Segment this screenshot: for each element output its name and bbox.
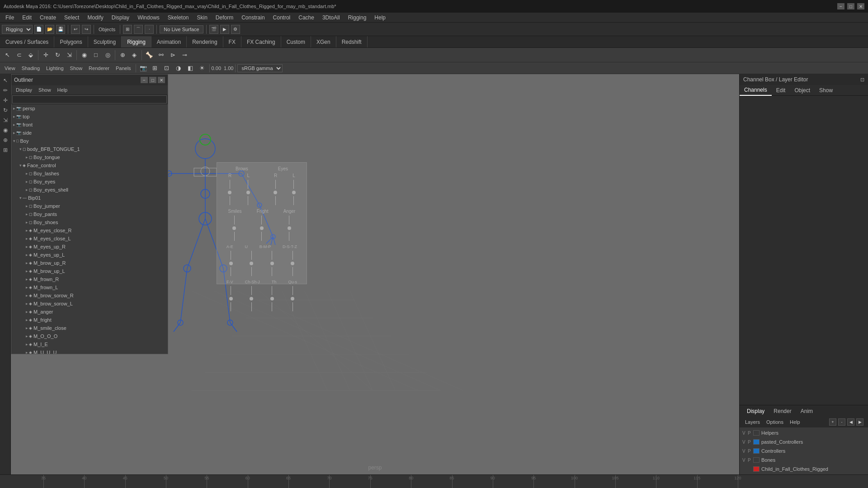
module-tab-animation[interactable]: Animation [151, 36, 187, 47]
expand-icon-25[interactable]: ▸ [26, 310, 28, 314]
module-tab-polygons[interactable]: Polygons [54, 36, 88, 47]
snap-mode-btn[interactable]: ◉ [1, 126, 10, 135]
outliner-item-5[interactable]: ▾◻body_BFB_TONGUE_1 [11, 145, 168, 153]
expand-icon-27[interactable]: ▸ [26, 326, 28, 330]
constraint-mode-btn[interactable]: ⊕ [1, 136, 10, 145]
undo-btn[interactable]: ↩ [71, 25, 80, 34]
new-file-btn[interactable]: 📄 [34, 25, 43, 34]
eye-r-slider[interactable] [273, 180, 278, 205]
outliner-item-3[interactable]: ▸📷side [11, 129, 168, 137]
menu-item-skin[interactable]: Skin [193, 14, 211, 22]
outliner-item-29[interactable]: ▸◈M_I_E [11, 340, 168, 348]
expand-icon-10[interactable]: ▸ [26, 188, 28, 192]
redo-btn[interactable]: ↪ [82, 25, 91, 34]
expand-icon-8[interactable]: ▸ [26, 171, 28, 176]
expand-icon-0[interactable]: ▸ [13, 106, 15, 111]
light-btn[interactable]: ☀ [197, 63, 208, 74]
expand-icon-11[interactable]: ▾ [19, 196, 22, 200]
rigging3-btn[interactable]: ⊳ [167, 50, 178, 61]
gamma-select[interactable]: sRGB gamma [237, 64, 283, 72]
expand-icon-24[interactable]: ▸ [26, 301, 28, 306]
expand-icon-16[interactable]: ▸ [26, 236, 28, 241]
expand-icon-17[interactable]: ▸ [26, 244, 28, 249]
outliner-close-btn[interactable]: ✕ [158, 77, 165, 83]
select-tool-btn[interactable]: ↖ [2, 50, 13, 61]
soft-select-btn[interactable]: ◉ [79, 50, 90, 61]
shading-menu[interactable]: Shading [19, 65, 42, 72]
outliner-item-28[interactable]: ▸◈M_O_O_O [11, 332, 168, 340]
rotate-mode-btn[interactable]: ↻ [1, 106, 10, 115]
layer-v-3[interactable]: V [742, 458, 748, 463]
anger-slider[interactable] [287, 216, 292, 241]
outliner-item-18[interactable]: ▸◈M_eyes_up_L [11, 251, 168, 259]
tab-render[interactable]: Render [770, 407, 795, 416]
expand-icon-20[interactable]: ▸ [26, 269, 28, 273]
outliner-item-20[interactable]: ▸◈M_brow_up_L [11, 267, 168, 275]
renderer-menu[interactable]: Renderer [86, 65, 112, 72]
wireframe-btn[interactable]: ⊡ [161, 63, 172, 74]
show-menu[interactable]: Show [67, 65, 85, 72]
live-surface-btn[interactable]: No Live Surface [160, 25, 203, 33]
ph-dstz-slider[interactable] [290, 251, 295, 276]
rotate-tool-btn[interactable]: ↻ [52, 50, 63, 61]
save-file-btn[interactable]: 💾 [56, 25, 65, 34]
outliner-item-15[interactable]: ▸◈M_eyes_close_R [11, 226, 168, 235]
ph-th-slider[interactable] [269, 286, 275, 311]
close-button[interactable]: ✕ [857, 3, 864, 9]
tab-channels[interactable]: Channels [740, 85, 772, 96]
brow-l-slider[interactable] [245, 180, 251, 205]
layer-p-3[interactable]: P [748, 458, 753, 463]
rigging1-btn[interactable]: 🦴 [144, 50, 155, 61]
outliner-maximize-btn[interactable]: □ [149, 77, 156, 83]
ph-u-slider[interactable] [249, 251, 254, 276]
layer-p-0[interactable]: P [748, 431, 753, 436]
layer-row-4[interactable]: Child_in_Fall_Clothes_Rigged [740, 465, 868, 474]
outliner-minimize-btn[interactable]: − [141, 77, 148, 83]
module-tab-redshift[interactable]: Redshift [336, 36, 368, 47]
outliner-item-12[interactable]: ▸◻Boy_jumper [11, 202, 168, 210]
module-tab-custom[interactable]: Custom [281, 36, 311, 47]
layer-row-3[interactable]: V P Bones [740, 455, 868, 465]
smile-slider[interactable] [231, 216, 237, 241]
outliner-item-7[interactable]: ▾◈Face_control [11, 161, 168, 169]
layer-remove-btn[interactable]: - [838, 418, 845, 426]
smooth-btn[interactable]: ◑ [173, 63, 184, 74]
ph-qus-slider[interactable] [290, 286, 295, 311]
menu-item-3dtoall[interactable]: 3DtoAll [319, 14, 344, 22]
menu-item-create[interactable]: Create [36, 14, 60, 22]
outliner-item-27[interactable]: ▸◈M_smile_close [11, 324, 168, 332]
expand-icon-28[interactable]: ▸ [26, 334, 28, 338]
timeline-track[interactable]: 3540455055606570758085909510010511011512… [0, 475, 868, 488]
ipr-btn[interactable]: ▶ [220, 25, 229, 34]
snap-curve-btn[interactable]: ⌒ [134, 25, 143, 34]
paint-mode-btn[interactable]: ✏ [1, 86, 10, 95]
hide-btn[interactable]: ◈ [129, 50, 140, 61]
menu-item-file[interactable]: File [2, 14, 18, 22]
outliner-item-11[interactable]: ▾—Bip01 [11, 194, 168, 202]
module-tab-rigging[interactable]: Rigging [122, 36, 151, 47]
expand-icon-12[interactable]: ▸ [26, 204, 28, 208]
ph-bmp-slider[interactable] [269, 251, 275, 276]
menu-item-help[interactable]: Help [371, 14, 389, 22]
expand-icon-5[interactable]: ▾ [19, 147, 22, 151]
snap-live-btn[interactable]: ◎ [102, 50, 113, 61]
help-menu[interactable]: Help [787, 418, 803, 426]
lighting-menu[interactable]: Lighting [43, 65, 66, 72]
module-tab-rendering[interactable]: Rendering [187, 36, 223, 47]
tab-display[interactable]: Display [743, 407, 768, 416]
render-settings-btn[interactable]: ⚙ [231, 25, 240, 34]
rigging4-btn[interactable]: ⊸ [179, 50, 190, 61]
menu-item-control[interactable]: Control [269, 14, 294, 22]
layer-p-2[interactable]: P [748, 449, 753, 454]
paint-tool-btn[interactable]: ⬙ [25, 50, 36, 61]
layers-menu[interactable]: Layers [742, 418, 763, 426]
layer-left-btn[interactable]: ◀ [847, 418, 854, 426]
outliner-item-4[interactable]: ▾□Boy [11, 137, 168, 145]
outliner-help-menu[interactable]: Help [55, 86, 71, 94]
menu-item-constrain[interactable]: Constrain [238, 14, 268, 22]
mode-dropdown[interactable]: Rigging [2, 25, 33, 34]
menu-item-rigging[interactable]: Rigging [344, 14, 370, 22]
eye-l-slider[interactable] [291, 180, 297, 205]
expand-icon-21[interactable]: ▸ [26, 277, 28, 282]
outliner-item-0[interactable]: ▸📷persp [11, 104, 168, 113]
